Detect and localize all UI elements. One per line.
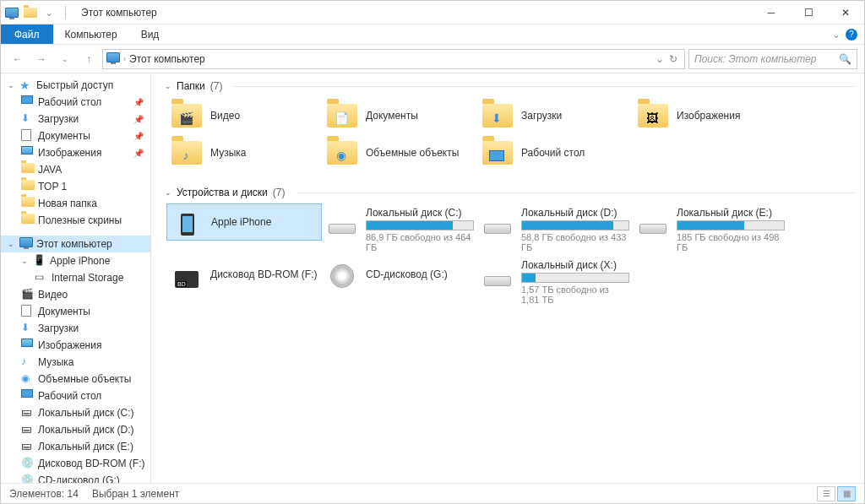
group-title: Устройства и диски [177,187,268,198]
drive-icon [481,259,514,286]
qat-dropdown-icon[interactable]: ⌄ [41,5,57,20]
titlebar: ⌄ Этот компьютер ─ ☐ ✕ [1,1,864,24]
tree-item-cd-rom[interactable]: 💿CD-дисковод (G:) [1,472,150,483]
usage-bar [521,220,629,230]
tree-item-pictures[interactable]: Изображения📌 [1,144,150,161]
tree-quick-access[interactable]: ⌄ ★ Быстрый доступ [1,77,150,94]
drive-c[interactable]: Локальный диск (C:) 86,9 ГБ свободно из … [322,203,477,256]
drive-cd[interactable]: CD-дисковод (G:) [322,256,477,293]
folder-documents[interactable]: 📄Документы [322,97,477,134]
phone-icon: 📱 [33,254,46,268]
breadcrumb-location[interactable]: Этот компьютер [129,53,205,65]
tree-item-documents[interactable]: Документы📌 [1,127,150,144]
pin-icon: 📌 [133,132,144,141]
nav-up-button[interactable]: ↑ [79,49,99,69]
refresh-icon[interactable]: ↻ [669,53,677,65]
nav-recent-button[interactable]: ⌄ [55,49,75,69]
group-header-folders[interactable]: ⌄ Папки (7) [155,73,864,95]
drive-bd[interactable]: BD Дисковод BD-ROM (F:) [166,256,322,293]
disc-icon [325,261,359,288]
breadcrumb-dropdown-icon[interactable]: ⌄ [656,53,664,65]
tree-item-documents2[interactable]: Документы [1,303,150,320]
breadcrumb[interactable]: › Этот компьютер ⌄ ↻ [102,49,685,69]
drive-icon [636,207,670,234]
search-icon[interactable]: 🔍 [839,53,851,65]
search-box[interactable]: 🔍 [688,49,857,69]
tree-item-3d[interactable]: ◉Объемные объекты [1,371,150,387]
tree-item-iphone[interactable]: ⌄📱Apple iPhone [1,252,150,269]
tree-item-videos[interactable]: 🎬Видео [1,286,150,303]
minimize-button[interactable]: ─ [753,1,790,24]
drive-x[interactable]: Локальный диск (X:) 1,57 ТБ свободно из … [477,256,633,308]
nav-back-button[interactable]: ← [8,49,28,69]
tree-item-top1[interactable]: TOP 1 [1,178,150,195]
tree-item-drive-c[interactable]: 🖴Локальный диск (C:) [1,404,150,421]
disc-icon: BD [170,261,204,288]
tab-file[interactable]: Файл [1,24,53,44]
drive-d[interactable]: Локальный диск (D:) 58,8 ГБ свободно из … [477,203,633,256]
help-icon[interactable]: ? [846,29,857,41]
tree-item-desktop2[interactable]: Рабочий стол [1,387,150,404]
folder-desktop[interactable]: Рабочий стол [477,134,633,171]
chevron-down-icon[interactable]: ⌄ [165,82,171,90]
disc-icon: 💿 [21,474,35,483]
ribbon-collapse-icon[interactable]: ⌄ [832,29,841,41]
close-button[interactable]: ✕ [827,1,864,24]
tree-item-screenshots[interactable]: Полезные скрины [1,212,150,229]
tree-item-drive-e[interactable]: 🖴Локальный диск (E:) [1,438,150,455]
tree-item-internal-storage[interactable]: ▭Internal Storage [1,269,150,286]
pin-icon: 📌 [133,98,144,107]
navigation-pane[interactable]: ⌄ ★ Быстрый доступ Рабочий стол📌 ⬇Загруз… [1,73,151,483]
group-title: Папки [177,80,205,92]
tree-item-newfolder[interactable]: Новая папка [1,195,150,212]
status-selection: Выбран 1 элемент [92,488,179,500]
tree-item-pictures2[interactable]: Изображения [1,337,150,354]
view-details-button[interactable]: ☰ [817,486,835,501]
view-tiles-button[interactable]: ▦ [837,486,856,501]
tab-view[interactable]: Вид [129,24,171,44]
usage-bar [521,273,629,283]
folder-pictures[interactable]: 🖼Изображения [633,97,788,134]
statusbar: Элементов: 14 Выбран 1 элемент ☰ ▦ [1,483,864,503]
chevron-down-icon[interactable]: ⌄ [21,257,30,265]
tree-this-pc[interactable]: ⌄ Этот компьютер [1,236,150,252]
folder-3d[interactable]: ◉Объемные объекты [322,134,477,171]
tree-item-downloads[interactable]: ⬇Загрузки📌 [1,111,150,127]
chevron-right-icon[interactable]: › [123,55,126,63]
tree-item-bd-rom[interactable]: 💿Дисковод BD-ROM (F:) [1,455,150,472]
drive-e[interactable]: Локальный диск (E:) 185 ГБ свободно из 4… [633,203,788,256]
music-icon: ♪ [21,355,35,369]
download-icon: ⬇ [21,322,35,335]
tree-item-java[interactable]: JAVA [1,161,150,178]
tree-item-music[interactable]: ♪Музыка [1,354,150,371]
disc-icon: 💿 [21,457,35,470]
chevron-down-icon[interactable]: ⌄ [8,240,16,248]
nav-forward-button[interactable]: → [31,49,52,69]
phone-icon [171,209,204,236]
tree-item-downloads2[interactable]: ⬇Загрузки [1,320,150,337]
chevron-down-icon[interactable]: ⌄ [8,81,16,89]
group-count: (7) [210,80,223,92]
status-item-count: Элементов: 14 [9,488,79,500]
this-pc-icon [4,5,19,20]
tree-item-drive-d[interactable]: 🖴Локальный диск (D:) [1,421,150,438]
breadcrumb-icon [106,52,120,66]
addressbar: ← → ⌄ ↑ › Этот компьютер ⌄ ↻ 🔍 [1,45,864,73]
download-icon: ⬇ [21,112,35,126]
group-header-devices[interactable]: ⌄ Устройства и диски (7) [155,180,864,202]
drive-iphone[interactable]: Apple iPhone [166,203,322,241]
folder-music[interactable]: ♪Музыка [166,134,322,171]
tree-item-desktop[interactable]: Рабочий стол📌 [1,94,150,111]
qat-properties-icon[interactable] [23,5,38,20]
maximize-button[interactable]: ☐ [790,1,827,24]
content-pane[interactable]: ⌄ Папки (7) 🎬Видео 📄Документы ⬇Загрузки … [151,73,864,483]
tab-computer[interactable]: Компьютер [53,24,129,44]
drive-icon: 🖴 [21,423,35,436]
folder-downloads[interactable]: ⬇Загрузки [477,97,633,134]
star-icon: ★ [19,79,33,92]
monitor-icon [19,237,33,251]
folder-videos[interactable]: 🎬Видео [166,97,322,134]
ribbon: Файл Компьютер Вид ⌄ ? [1,24,864,45]
chevron-down-icon[interactable]: ⌄ [165,188,171,197]
search-input[interactable] [694,53,839,65]
